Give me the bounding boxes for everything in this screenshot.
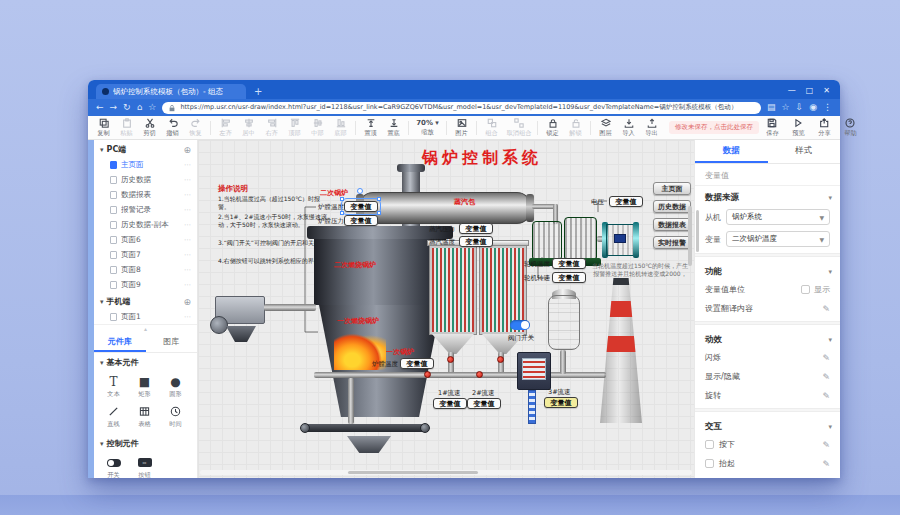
storage-tank[interactable] (548, 295, 580, 350)
sidebar-item-home-page[interactable]: 主页面⋯ (94, 157, 197, 172)
page-menu-icon[interactable]: ⋯ (184, 266, 191, 274)
add-page-icon[interactable]: ⊕ (183, 297, 191, 307)
gauge-value-box[interactable]: 变量值 (552, 272, 586, 283)
unsaved-notice[interactable]: 修改未保存，点击此处保存 (669, 121, 759, 134)
gauge-value-box[interactable]: 变量值 (400, 358, 434, 369)
align-right-button[interactable]: 右齐 (260, 118, 283, 138)
page-menu-icon[interactable]: ⋯ (184, 236, 191, 244)
cut-button[interactable]: 剪切 (138, 118, 161, 138)
selection-handle[interactable] (377, 197, 381, 201)
element-rectangle[interactable]: ■矩形 (129, 372, 160, 402)
heat-exchanger-1[interactable] (430, 246, 476, 334)
maximize-button[interactable]: □ (806, 86, 814, 95)
tab-gallery[interactable]: 图库 (146, 332, 198, 352)
sidebar-item-history-copy[interactable]: 历史数据-副本⋯ (94, 217, 197, 232)
sidebar-item-page7[interactable]: 页面7⋯ (94, 247, 197, 262)
redo-button[interactable]: 恢复 (184, 118, 207, 138)
steam-drum-tank[interactable] (358, 192, 532, 224)
align-top-button[interactable]: 顶部 (283, 118, 306, 138)
gauge-value-box[interactable]: 变量值 (459, 223, 493, 234)
chimney[interactable] (600, 278, 642, 423)
image-button[interactable]: 图片 (450, 118, 473, 138)
chevron-down-icon[interactable]: ▾ (828, 336, 832, 344)
edit-pencil-icon[interactable]: ✎ (822, 459, 830, 469)
design-canvas[interactable]: 锅炉控制系统 操作说明 1.当轮机温度过高（超过150℃）时报警。 2.当1#、… (198, 140, 694, 478)
gauge-value-box[interactable]: 变量值 (552, 258, 586, 269)
steam-turbine[interactable] (564, 217, 597, 259)
download-icon[interactable]: ⇩ (796, 103, 804, 112)
element-text[interactable]: T文本 (98, 372, 129, 402)
help-button[interactable]: 帮助 (837, 118, 863, 138)
gauge-value-box[interactable]: 变量值 (433, 398, 467, 409)
nav-button-alarm[interactable]: 实时报警 (653, 236, 691, 249)
show-unit-checkbox[interactable] (801, 285, 810, 294)
new-tab-button[interactable]: + (254, 86, 262, 97)
ungroup-button[interactable]: 取消组合 (503, 118, 534, 138)
sidebar-item-alarm-log[interactable]: 报警记录⋯ (94, 202, 197, 217)
align-bottom-button[interactable]: 底部 (329, 118, 352, 138)
chevron-down-icon[interactable]: ▾ (828, 423, 832, 431)
page-menu-icon[interactable]: ⋯ (184, 176, 191, 184)
valve-icon[interactable] (497, 356, 504, 363)
sidebar-item-page6[interactable]: 页面6⋯ (94, 232, 197, 247)
chevron-down-icon[interactable]: ▾ (828, 268, 832, 276)
nav-button-home[interactable]: 主页面 (653, 182, 691, 195)
align-left-button[interactable]: 左齐 (214, 118, 237, 138)
instructions-title[interactable]: 操作说明 (218, 184, 248, 194)
copy-button[interactable]: 复制 (92, 118, 115, 138)
collapse-caret-icon[interactable]: ▾ (100, 440, 104, 448)
align-middle-button[interactable]: 中部 (306, 118, 329, 138)
chevron-down-icon[interactable]: ▾ (828, 194, 832, 202)
send-to-back-button[interactable]: 置底 (382, 118, 405, 138)
secondary-burn-boiler[interactable] (314, 239, 446, 305)
slave-select[interactable]: 锅炉系统▼ (726, 209, 830, 225)
tab-style[interactable]: 样式 (768, 140, 841, 163)
steam-turbine[interactable] (532, 221, 562, 259)
selection-handle[interactable] (377, 211, 381, 215)
share-button[interactable]: 分享 (811, 118, 837, 138)
element-time[interactable]: 时间 (160, 402, 191, 432)
paste-button[interactable]: 粘贴 (115, 118, 138, 138)
gauge-value-box-warning[interactable]: 变量值 (544, 397, 578, 408)
page-menu-icon[interactable]: ⋯ (184, 251, 191, 259)
selection-handle[interactable] (340, 211, 344, 215)
nav-button-report[interactable]: 数据报表 (653, 218, 691, 231)
refresh-icon[interactable]: ↻ (123, 103, 131, 112)
selection-handle[interactable] (340, 197, 344, 201)
gauge-value-box[interactable]: 变量值 (609, 196, 643, 207)
nav-button-history[interactable]: 历史数据 (653, 200, 691, 213)
save-button[interactable]: 保存 (759, 118, 785, 138)
tab-component-library[interactable]: 元件库 (94, 332, 146, 352)
panel-drag-handle[interactable]: ▴ (94, 324, 197, 332)
url-field[interactable]: https://mp.usr.cn/usr-draw/index.html?us… (162, 102, 761, 114)
browser-menu-icon[interactable]: ⋮ (823, 103, 832, 112)
sidebar-item-mobile-page1[interactable]: 页面1⋯ (94, 309, 197, 324)
page-menu-icon[interactable]: ⋯ (184, 313, 191, 321)
collapse-caret-icon[interactable]: ▾ (100, 359, 104, 367)
sidebar-item-page8[interactable]: 页面8⋯ (94, 262, 197, 277)
page-menu-icon[interactable]: ⋯ (184, 206, 191, 214)
gauge-value-box[interactable]: 变量值 (459, 236, 493, 247)
profile-avatar-icon[interactable]: ◉ (809, 103, 817, 112)
collapse-caret-icon[interactable]: ▾ (100, 298, 104, 306)
gauge-value-box[interactable]: 变量值 (344, 215, 378, 226)
lock-button[interactable]: 锁定 (541, 118, 564, 138)
preview-button[interactable]: 预览 (785, 118, 811, 138)
collapse-caret-icon[interactable]: ▾ (100, 146, 104, 154)
browser-tab[interactable]: 锅炉控制系统模板（包动）- 组态 (96, 84, 246, 99)
sidebar-item-data-report[interactable]: 数据报表⋯ (94, 187, 197, 202)
rotate-handle[interactable] (357, 188, 363, 194)
edit-pencil-icon[interactable]: ✎ (822, 372, 830, 382)
element-switch[interactable]: 开关 (98, 453, 129, 478)
page-menu-icon[interactable]: ⋯ (184, 161, 191, 169)
edit-pencil-icon[interactable]: ✎ (822, 440, 830, 450)
page-menu-icon[interactable]: ⋯ (184, 281, 191, 289)
valve-icon[interactable] (424, 371, 431, 378)
sidebar-item-history-data[interactable]: 历史数据⋯ (94, 172, 197, 187)
element-button[interactable]: ▭按钮 (129, 453, 160, 478)
layers-button[interactable]: 图层 (594, 118, 617, 138)
undo-button[interactable]: 撤销 (161, 118, 184, 138)
panel-scrollbar-thumb[interactable] (696, 210, 699, 252)
align-center-button[interactable]: 居中 (237, 118, 260, 138)
sidebar-item-page9[interactable]: 页面9⋯ (94, 277, 197, 292)
